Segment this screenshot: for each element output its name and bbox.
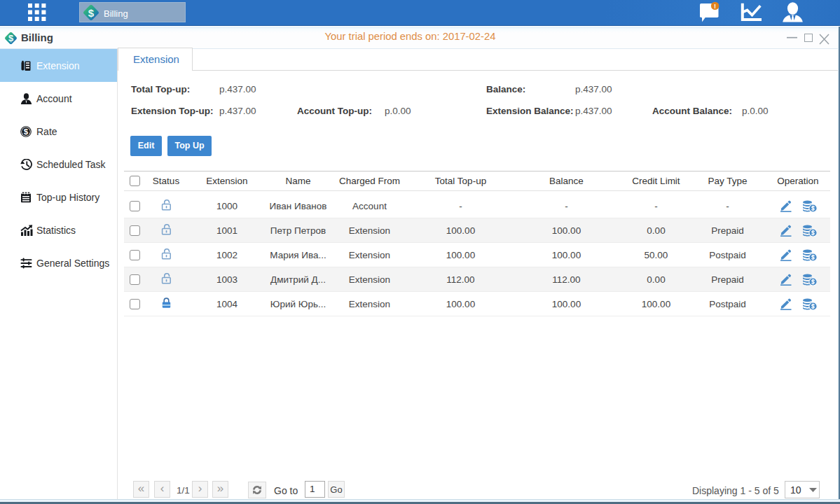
svg-text:$: $ — [24, 127, 29, 136]
svg-text:!: ! — [714, 3, 716, 10]
svg-text:$: $ — [88, 7, 95, 19]
